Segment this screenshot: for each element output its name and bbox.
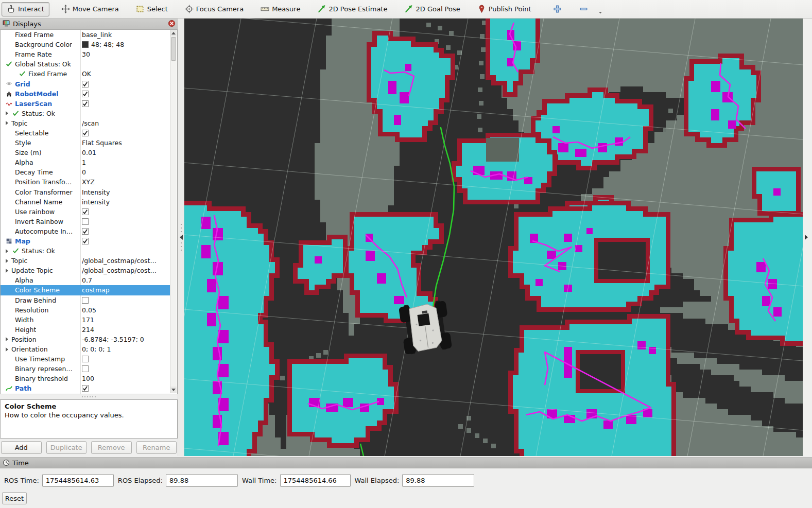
property-value[interactable]	[82, 99, 167, 109]
expand-arrow-icon[interactable]	[6, 111, 8, 115]
property-value[interactable]: /global_costmap/cost…	[82, 256, 167, 266]
scroll-up-button[interactable]	[170, 30, 177, 37]
add-tool-button[interactable]	[550, 2, 564, 16]
tree-row-frame-rate[interactable]: Frame Rate30	[1, 49, 171, 59]
property-value[interactable]	[82, 79, 167, 89]
property-value[interactable]: 0; 0; 0; 1	[82, 344, 167, 354]
expand-arrow-icon[interactable]	[6, 121, 8, 125]
property-value[interactable]	[82, 128, 167, 138]
property-value[interactable]: 0.01	[82, 148, 167, 157]
property-value[interactable]: intensity	[82, 197, 167, 207]
tree-row-binary-represen[interactable]: Binary represen…	[1, 364, 171, 374]
tree-row-orientation[interactable]: Orientation0; 0; 0; 1	[1, 344, 171, 354]
tree-row-size-m[interactable]: Size (m)0.01	[1, 148, 171, 157]
checkbox-checked[interactable]	[82, 91, 89, 97]
close-icon[interactable]	[168, 20, 176, 29]
tree-row-alpha[interactable]: Alpha1	[1, 157, 171, 167]
help-splitter-handle[interactable]	[0, 394, 178, 399]
tool-move-camera[interactable]: Move Camera	[56, 2, 124, 16]
tree-row-status-ok[interactable]: Status: Ok	[1, 246, 171, 256]
checkbox-unchecked[interactable]	[82, 297, 89, 304]
tree-scrollbar[interactable]	[170, 30, 177, 393]
tree-row-style[interactable]: StyleFlat Squares	[1, 138, 171, 148]
ros-time-input[interactable]	[42, 474, 114, 487]
property-value[interactable]	[82, 295, 167, 305]
checkbox-unchecked[interactable]	[82, 356, 89, 362]
property-value[interactable]: costmap	[82, 285, 167, 295]
tree-row-width[interactable]: Width171	[1, 315, 171, 325]
property-value[interactable]: OK	[82, 69, 167, 79]
expand-arrow-icon[interactable]	[6, 347, 8, 352]
right-panel-strip[interactable]	[803, 19, 812, 456]
checkbox-checked[interactable]	[82, 100, 89, 107]
property-value[interactable]	[82, 354, 167, 364]
tree-row-fixed-frame[interactable]: Fixed FrameOK	[1, 69, 171, 79]
toolbar-overflow-button[interactable]	[598, 8, 603, 17]
color-swatch[interactable]	[82, 41, 89, 48]
property-value[interactable]: 100	[82, 374, 167, 383]
property-value[interactable]	[82, 109, 167, 118]
tree-row-color-scheme[interactable]: Color Schemecostmap	[1, 285, 171, 295]
tool-2d-goal-pose[interactable]: 2D Goal Pose	[399, 2, 465, 16]
property-value[interactable]: 0.05	[82, 305, 167, 315]
tree-row-height[interactable]: Height214	[1, 325, 171, 335]
tree-row-use-rainbow[interactable]: Use rainbow	[1, 207, 171, 217]
checkbox-unchecked[interactable]	[82, 365, 89, 372]
property-value[interactable]: -6.8784; -3.5197; 0	[82, 335, 167, 344]
displays-title-bar[interactable]: Displays	[0, 19, 178, 30]
property-value[interactable]: /global_costmap/cost…	[82, 266, 167, 275]
tree-row-fixed-frame[interactable]: Fixed Framebase_link	[1, 30, 171, 40]
checkbox-unchecked[interactable]	[82, 218, 89, 225]
tree-row-color-transformer[interactable]: Color TransformerIntensity	[1, 187, 171, 197]
tree-row-use-timestamp[interactable]: Use Timestamp	[1, 354, 171, 364]
property-value[interactable]	[82, 236, 167, 246]
property-value[interactable]: 0	[82, 167, 167, 177]
property-value[interactable]	[82, 207, 167, 217]
tree-row-alpha[interactable]: Alpha0.7	[1, 275, 171, 285]
property-value[interactable]: 1	[82, 157, 167, 167]
tool-focus-camera[interactable]: Focus Camera	[180, 2, 249, 16]
wall-elapsed-input[interactable]	[402, 474, 474, 487]
tree-row-topic[interactable]: Topic/scan	[1, 118, 171, 128]
property-value[interactable]: base_link	[82, 30, 167, 40]
property-value[interactable]: 30	[82, 49, 167, 59]
tree-row-grid[interactable]: Grid	[1, 79, 171, 89]
tree-row-topic[interactable]: Topic/global_costmap/cost…	[1, 256, 171, 266]
tree-row-status-ok[interactable]: Status: Ok	[1, 109, 171, 118]
scroll-thumb[interactable]	[171, 37, 176, 61]
expand-arrow-icon[interactable]	[6, 259, 8, 263]
tool-measure[interactable]: Measure	[255, 2, 305, 16]
checkbox-checked[interactable]	[82, 238, 89, 244]
expand-arrow-icon[interactable]	[6, 269, 8, 273]
reset-button[interactable]: Reset	[2, 492, 27, 504]
property-value[interactable]: 171	[82, 315, 167, 325]
tool-interact[interactable]: Interact	[2, 2, 49, 16]
tree-row-position[interactable]: Position-6.8784; -3.5197; 0	[1, 335, 171, 344]
property-value[interactable]	[82, 89, 167, 99]
tree-row-resolution[interactable]: Resolution0.05	[1, 305, 171, 315]
property-value[interactable]: /scan	[82, 118, 167, 128]
expand-right-icon[interactable]	[805, 235, 808, 240]
tree-row-map[interactable]: Map	[1, 236, 171, 246]
tool-2d-pose-estimate[interactable]: 2D Pose Estimate	[312, 2, 392, 16]
tree-row-robotmodel[interactable]: RobotModel	[1, 89, 171, 99]
property-value[interactable]: Intensity	[82, 187, 167, 197]
expand-arrow-icon[interactable]	[6, 249, 8, 253]
panel-splitter[interactable]	[178, 19, 184, 456]
checkbox-checked[interactable]	[82, 81, 89, 87]
tree-row-draw-behind[interactable]: Draw Behind	[1, 295, 171, 305]
remove-tool-button[interactable]	[577, 2, 590, 16]
tree-row-background-color[interactable]: Background Color48; 48; 48	[1, 40, 171, 49]
tree-row-global-status-ok[interactable]: Global Status: Ok	[1, 59, 171, 69]
tree-row-position-transfo[interactable]: Position Transfo…XYZ	[1, 177, 171, 187]
tree-row-update-topic[interactable]: Update Topic/global_costmap/cost…	[1, 266, 171, 275]
property-value[interactable]	[82, 246, 167, 256]
property-value[interactable]	[82, 59, 167, 69]
checkbox-checked[interactable]	[82, 228, 89, 235]
tool-publish-point[interactable]: Publish Point	[472, 2, 537, 16]
property-value[interactable]: 48; 48; 48	[82, 40, 167, 49]
ros-elapsed-input[interactable]	[166, 474, 238, 487]
tool-select[interactable]: Select	[131, 2, 173, 16]
checkbox-checked[interactable]	[82, 130, 89, 136]
property-value[interactable]: Flat Squares	[82, 138, 167, 148]
